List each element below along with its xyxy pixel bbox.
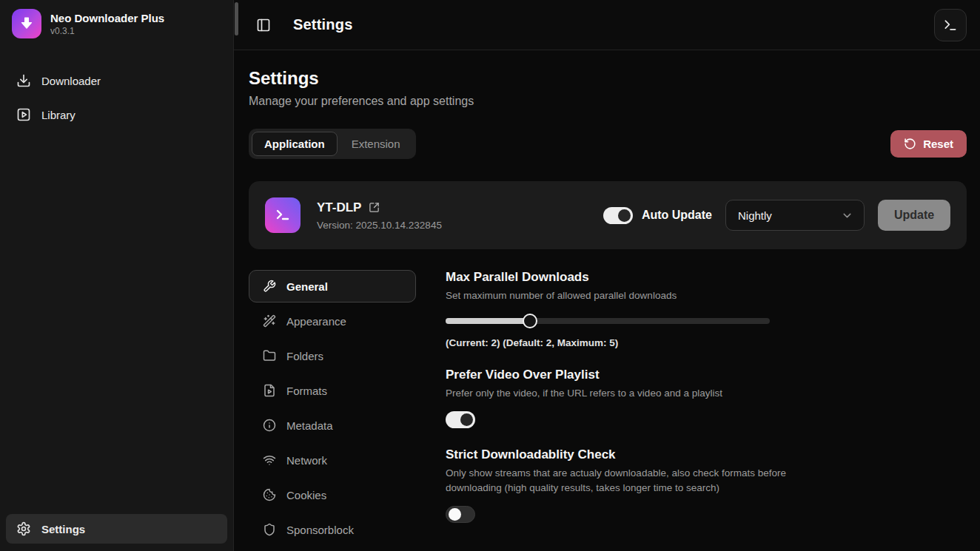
settings-nav-label: Sponsorblock	[286, 524, 354, 536]
settings-nav-cookies[interactable]: Cookies	[249, 479, 416, 511]
sidebar-item-library[interactable]: Library	[6, 100, 227, 129]
settings-nav-label: Folders	[286, 350, 323, 362]
terminal-gradient-icon	[265, 197, 301, 233]
setting-description: Set maximum number of allowed parallel d…	[446, 288, 830, 303]
sidebar-item-downloader[interactable]: Downloader	[6, 66, 227, 95]
auto-update-group: Auto Update	[603, 207, 712, 224]
settings-nav-network[interactable]: Network	[249, 444, 416, 476]
settings-nav-appearance[interactable]: Appearance	[249, 305, 416, 337]
setting-title: Prefer Video Over Playlist	[446, 368, 830, 382]
settings-nav-label: Metadata	[286, 419, 333, 432]
max-parallel-slider-fill	[446, 318, 530, 324]
rotate-ccw-icon	[904, 138, 916, 150]
sidebar-nav: Downloader Library	[0, 64, 233, 132]
max-parallel-slider[interactable]	[446, 314, 770, 328]
toggle-knob	[449, 508, 461, 521]
wrench-icon	[263, 280, 276, 293]
info-icon	[263, 419, 276, 432]
folder-icon	[263, 349, 276, 362]
page-title: Settings	[249, 68, 967, 89]
tab-extension[interactable]: Extension	[339, 132, 413, 156]
file-video-icon	[263, 384, 276, 397]
ytdlp-version: Version: 2025.10.14.232845	[317, 220, 442, 231]
external-link-icon[interactable]	[369, 202, 380, 213]
auto-update-label: Auto Update	[642, 209, 712, 222]
sidebar-item-label: Downloader	[41, 75, 101, 87]
setting-title: Strict Downloadablity Check	[446, 447, 830, 462]
ytdlp-card: YT-DLP Version: 2025.10.14.232845 Auto U…	[249, 181, 967, 249]
tabs-row: Application Extension Reset	[249, 129, 967, 159]
setting-description: Prefer only the video, if the URL refers…	[446, 386, 830, 401]
app-version: v0.3.1	[50, 26, 164, 36]
settings-nav-label: General	[286, 280, 328, 293]
sidebar-item-label: Settings	[41, 523, 85, 535]
settings-nav-folders[interactable]: Folders	[249, 339, 416, 372]
reset-button[interactable]: Reset	[890, 130, 967, 158]
chevron-down-icon	[841, 209, 853, 222]
header: Settings	[234, 0, 980, 50]
terminal-icon	[943, 18, 958, 33]
settings-nav: General Appearance	[249, 270, 416, 546]
terminal-button[interactable]	[934, 9, 967, 41]
cookie-icon	[263, 488, 276, 501]
toggle-knob	[460, 413, 473, 426]
sidebar-spacer	[0, 132, 233, 507]
settings-nav-label: Cookies	[286, 489, 326, 501]
toggle-knob	[618, 209, 631, 222]
settings-body: General Appearance	[249, 270, 967, 546]
slider-meta: (Current: 2) (Default: 2, Maximum: 5)	[446, 337, 830, 348]
gear-icon	[16, 521, 31, 536]
wifi-icon	[263, 453, 276, 467]
settings-panels: Max Parallel Downloads Set maximum numbe…	[446, 270, 830, 546]
ytdlp-actions: Auto Update Nightly Update	[603, 200, 950, 231]
shield-icon	[263, 523, 276, 536]
settings-nav-sponsorblock[interactable]: Sponsorblock	[249, 513, 416, 546]
app-name: Neo Downloader Plus	[50, 12, 164, 24]
setting-max-parallel-downloads: Max Parallel Downloads Set maximum numbe…	[446, 270, 830, 348]
download-icon	[16, 73, 31, 88]
settings-nav-formats[interactable]: Formats	[249, 374, 416, 407]
auto-update-toggle[interactable]	[603, 207, 633, 224]
library-icon	[16, 107, 31, 122]
header-actions	[934, 9, 967, 41]
tab-application[interactable]: Application	[252, 132, 338, 156]
setting-description: Only show streams that are actualy downl…	[446, 466, 830, 495]
setting-strict-downloadability-check: Strict Downloadablity Check Only show st…	[446, 447, 830, 523]
settings-nav-label: Appearance	[286, 315, 346, 328]
main-area: Settings Settings Manage your preference…	[234, 0, 980, 551]
app-logo-icon	[12, 9, 41, 38]
sidebar-bottom: Settings	[0, 507, 233, 551]
page-subtitle: Manage your preferences and app settings	[249, 95, 967, 108]
settings-nav-general[interactable]: General	[249, 270, 416, 302]
sidebar-item-label: Library	[41, 109, 75, 121]
prefer-video-toggle[interactable]	[446, 411, 475, 428]
wand-sparkles-icon	[263, 314, 276, 328]
setting-title: Max Parallel Downloads	[446, 270, 830, 285]
app-window: Neo Downloader Plus v0.3.1 Downloader	[0, 0, 980, 551]
tab-group: Application Extension	[249, 129, 416, 159]
header-title: Settings	[293, 16, 353, 33]
strict-check-toggle[interactable]	[446, 506, 475, 523]
app-brand: Neo Downloader Plus v0.3.1	[0, 0, 233, 46]
scrollbar-thumb[interactable]	[235, 2, 238, 36]
settings-nav-label: Formats	[286, 385, 327, 397]
app-brand-text: Neo Downloader Plus v0.3.1	[50, 12, 164, 36]
setting-prefer-video-over-playlist: Prefer Video Over Playlist Prefer only t…	[446, 368, 830, 429]
ytdlp-info: YT-DLP Version: 2025.10.14.232845	[317, 200, 442, 231]
settings-page: Settings Manage your preferences and app…	[234, 50, 980, 546]
sidebar: Neo Downloader Plus v0.3.1 Downloader	[0, 0, 234, 551]
sidebar-item-settings[interactable]: Settings	[6, 514, 227, 544]
update-channel-select[interactable]: Nightly	[725, 200, 865, 231]
ytdlp-title: YT-DLP	[317, 200, 361, 215]
max-parallel-slider-thumb[interactable]	[523, 314, 537, 328]
settings-nav-metadata[interactable]: Metadata	[249, 409, 416, 442]
reset-button-label: Reset	[923, 138, 953, 150]
update-button[interactable]: Update	[878, 200, 950, 231]
panel-left-icon[interactable]	[256, 18, 271, 33]
update-channel-value: Nightly	[738, 209, 772, 222]
settings-nav-label: Network	[286, 454, 327, 467]
